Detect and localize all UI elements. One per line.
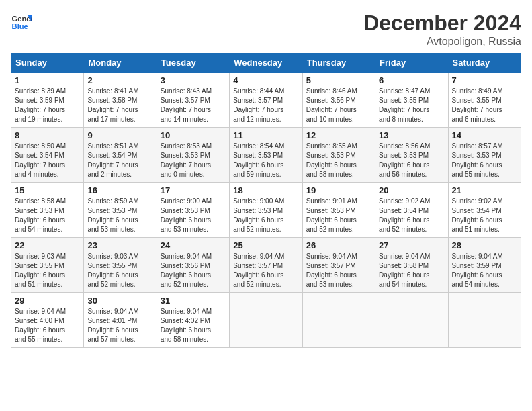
day-number: 20 [379, 185, 444, 195]
day-number: 17 [161, 185, 226, 195]
calendar-week-3: 15Sunrise: 8:58 AMSunset: 3:53 PMDayligh… [11, 183, 521, 238]
calendar-cell: 1Sunrise: 8:39 AMSunset: 3:59 PMDaylight… [11, 73, 84, 128]
calendar-cell: 2Sunrise: 8:41 AMSunset: 3:58 PMDaylight… [84, 73, 157, 128]
col-header-saturday: Saturday [448, 54, 521, 73]
calendar-cell: 27Sunrise: 9:04 AMSunset: 3:58 PMDayligh… [375, 238, 448, 293]
page-header: General Blue December 2024 Avtopoligon, … [11, 11, 521, 48]
calendar-cell: 4Sunrise: 8:44 AMSunset: 3:57 PMDaylight… [230, 73, 302, 128]
calendar-cell: 17Sunrise: 9:00 AMSunset: 3:53 PMDayligh… [157, 183, 229, 238]
calendar-cell: 7Sunrise: 8:49 AMSunset: 3:55 PMDaylight… [448, 73, 521, 128]
calendar-cell: 23Sunrise: 9:03 AMSunset: 3:55 PMDayligh… [84, 238, 157, 293]
location-subtitle: Avtopoligon, Russia [363, 36, 521, 48]
calendar-cell: 10Sunrise: 8:53 AMSunset: 3:53 PMDayligh… [157, 128, 229, 183]
day-info: Sunrise: 8:49 AMSunset: 3:55 PMDaylight:… [452, 87, 517, 124]
day-info: Sunrise: 9:04 AMSunset: 3:59 PMDaylight:… [452, 252, 517, 289]
calendar-cell: 16Sunrise: 8:59 AMSunset: 3:53 PMDayligh… [84, 183, 157, 238]
day-info: Sunrise: 9:04 AMSunset: 4:01 PMDaylight:… [87, 307, 152, 345]
day-info: Sunrise: 8:56 AMSunset: 3:53 PMDaylight:… [379, 142, 444, 179]
logo-icon: General Blue [11, 11, 32, 32]
day-info: Sunrise: 9:02 AMSunset: 3:54 PMDaylight:… [452, 197, 517, 234]
calendar-cell: 30Sunrise: 9:04 AMSunset: 4:01 PMDayligh… [84, 293, 157, 348]
day-number: 28 [452, 240, 517, 250]
calendar-cell: 11Sunrise: 8:54 AMSunset: 3:53 PMDayligh… [230, 128, 302, 183]
day-info: Sunrise: 9:04 AMSunset: 3:57 PMDaylight:… [306, 252, 371, 289]
day-info: Sunrise: 8:53 AMSunset: 3:53 PMDaylight:… [161, 142, 226, 179]
day-number: 5 [306, 75, 371, 85]
day-number: 18 [233, 185, 298, 195]
day-number: 8 [15, 130, 80, 140]
day-info: Sunrise: 8:39 AMSunset: 3:59 PMDaylight:… [15, 87, 80, 124]
day-number: 31 [161, 295, 226, 306]
day-info: Sunrise: 8:59 AMSunset: 3:53 PMDaylight:… [87, 197, 152, 234]
day-info: Sunrise: 8:43 AMSunset: 3:57 PMDaylight:… [161, 87, 226, 124]
calendar-cell: 19Sunrise: 9:01 AMSunset: 3:53 PMDayligh… [302, 183, 375, 238]
calendar-cell: 21Sunrise: 9:02 AMSunset: 3:54 PMDayligh… [448, 183, 521, 238]
calendar-cell: 15Sunrise: 8:58 AMSunset: 3:53 PMDayligh… [11, 183, 84, 238]
day-number: 12 [306, 130, 371, 140]
calendar-cell: 24Sunrise: 9:04 AMSunset: 3:56 PMDayligh… [157, 238, 229, 293]
day-number: 10 [161, 130, 226, 140]
calendar-cell: 8Sunrise: 8:50 AMSunset: 3:54 PMDaylight… [11, 128, 84, 183]
day-info: Sunrise: 9:04 AMSunset: 4:02 PMDaylight:… [161, 307, 226, 345]
day-info: Sunrise: 9:04 AMSunset: 3:57 PMDaylight:… [233, 252, 298, 289]
calendar-cell: 25Sunrise: 9:04 AMSunset: 3:57 PMDayligh… [230, 238, 302, 293]
day-number: 14 [452, 130, 517, 140]
day-info: Sunrise: 9:00 AMSunset: 3:53 PMDaylight:… [161, 197, 226, 234]
day-number: 27 [379, 240, 444, 250]
day-info: Sunrise: 8:57 AMSunset: 3:53 PMDaylight:… [452, 142, 517, 179]
calendar-cell [302, 293, 375, 348]
calendar-cell: 31Sunrise: 9:04 AMSunset: 4:02 PMDayligh… [157, 293, 229, 348]
day-info: Sunrise: 8:47 AMSunset: 3:55 PMDaylight:… [379, 87, 444, 124]
day-number: 29 [15, 295, 80, 306]
day-info: Sunrise: 9:01 AMSunset: 3:53 PMDaylight:… [306, 197, 371, 234]
day-info: Sunrise: 9:03 AMSunset: 3:55 PMDaylight:… [15, 252, 80, 289]
day-number: 4 [233, 75, 298, 85]
calendar-cell: 6Sunrise: 8:47 AMSunset: 3:55 PMDaylight… [375, 73, 448, 128]
day-info: Sunrise: 8:50 AMSunset: 3:54 PMDaylight:… [15, 142, 80, 179]
calendar-cell: 3Sunrise: 8:43 AMSunset: 3:57 PMDaylight… [157, 73, 229, 128]
calendar-cell: 28Sunrise: 9:04 AMSunset: 3:59 PMDayligh… [448, 238, 521, 293]
calendar-week-2: 8Sunrise: 8:50 AMSunset: 3:54 PMDaylight… [11, 128, 521, 183]
day-number: 23 [87, 240, 152, 250]
day-info: Sunrise: 8:51 AMSunset: 3:54 PMDaylight:… [87, 142, 152, 179]
calendar-cell: 18Sunrise: 9:00 AMSunset: 3:53 PMDayligh… [230, 183, 302, 238]
calendar-table: SundayMondayTuesdayWednesdayThursdayFrid… [11, 53, 521, 348]
day-info: Sunrise: 8:41 AMSunset: 3:58 PMDaylight:… [87, 87, 152, 124]
day-info: Sunrise: 8:44 AMSunset: 3:57 PMDaylight:… [233, 87, 298, 124]
day-number: 6 [379, 75, 444, 85]
day-info: Sunrise: 9:04 AMSunset: 4:00 PMDaylight:… [15, 307, 80, 345]
day-info: Sunrise: 8:58 AMSunset: 3:53 PMDaylight:… [15, 197, 80, 234]
day-info: Sunrise: 9:04 AMSunset: 3:56 PMDaylight:… [161, 252, 226, 289]
day-number: 24 [161, 240, 226, 250]
day-number: 30 [87, 295, 152, 306]
day-info: Sunrise: 9:04 AMSunset: 3:58 PMDaylight:… [379, 252, 444, 289]
col-header-thursday: Thursday [302, 54, 375, 73]
calendar-cell [375, 293, 448, 348]
calendar-week-1: 1Sunrise: 8:39 AMSunset: 3:59 PMDaylight… [11, 73, 521, 128]
title-block: December 2024 Avtopoligon, Russia [363, 11, 521, 48]
calendar-week-5: 29Sunrise: 9:04 AMSunset: 4:00 PMDayligh… [11, 293, 521, 348]
day-info: Sunrise: 8:54 AMSunset: 3:53 PMDaylight:… [233, 142, 298, 179]
day-number: 11 [233, 130, 298, 140]
day-info: Sunrise: 8:46 AMSunset: 3:56 PMDaylight:… [306, 87, 371, 124]
calendar-cell: 9Sunrise: 8:51 AMSunset: 3:54 PMDaylight… [84, 128, 157, 183]
day-number: 26 [306, 240, 371, 250]
calendar-cell: 14Sunrise: 8:57 AMSunset: 3:53 PMDayligh… [448, 128, 521, 183]
day-number: 19 [306, 185, 371, 195]
day-number: 21 [452, 185, 517, 195]
day-number: 9 [87, 130, 152, 140]
calendar-cell: 26Sunrise: 9:04 AMSunset: 3:57 PMDayligh… [302, 238, 375, 293]
day-number: 15 [15, 185, 80, 195]
day-info: Sunrise: 9:02 AMSunset: 3:54 PMDaylight:… [379, 197, 444, 234]
day-number: 22 [15, 240, 80, 250]
month-title: December 2024 [363, 11, 521, 36]
col-header-friday: Friday [375, 54, 448, 73]
day-number: 16 [87, 185, 152, 195]
calendar-cell: 13Sunrise: 8:56 AMSunset: 3:53 PMDayligh… [375, 128, 448, 183]
day-number: 1 [15, 75, 80, 85]
calendar-cell: 20Sunrise: 9:02 AMSunset: 3:54 PMDayligh… [375, 183, 448, 238]
col-header-tuesday: Tuesday [157, 54, 229, 73]
calendar-header-row: SundayMondayTuesdayWednesdayThursdayFrid… [11, 54, 521, 73]
day-number: 3 [161, 75, 226, 85]
calendar-cell [448, 293, 521, 348]
